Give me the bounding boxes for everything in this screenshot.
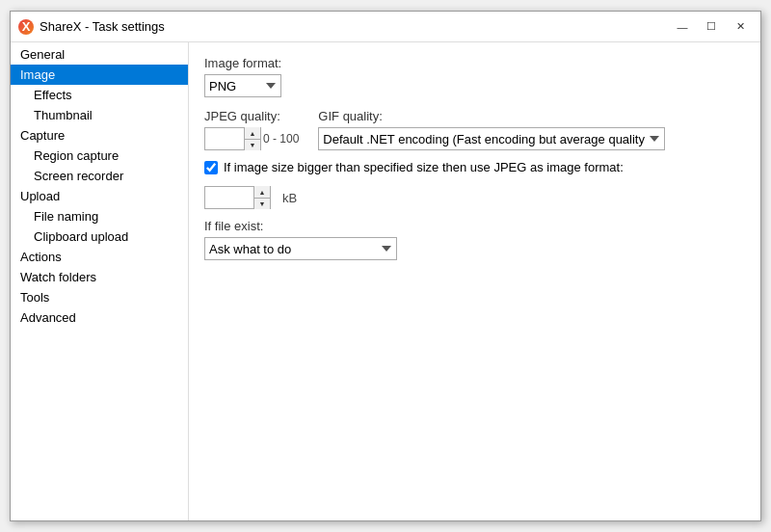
jpeg-size-spinner: 2048 ▲ ▼ [204,186,271,209]
image-format-group: Image format: PNGJPEGGIFBMPTIFF [204,56,745,97]
jpeg-checkbox-label: If image size bigger than specified size… [224,160,624,174]
jpeg-quality-input[interactable]: 90 [205,128,244,149]
maximize-button[interactable]: ☐ [699,17,724,37]
jpeg-quality-range: 0 - 100 [263,132,299,146]
jpeg-size-input[interactable]: 2048 [205,187,253,208]
sidebar-item-advanced[interactable]: Advanced [11,307,188,328]
sidebar-item-file-naming[interactable]: File naming [11,206,188,226]
jpeg-decrement-button[interactable]: ▼ [245,139,260,150]
content-area: GeneralImageEffectsThumbnailCaptureRegio… [11,42,760,520]
kb-label: kB [282,191,297,205]
title-bar: X ShareX - Task settings — ☐ ✕ [11,12,760,42]
jpeg-increment-button[interactable]: ▲ [245,127,260,139]
sidebar-item-effects[interactable]: Effects [11,85,188,105]
jpeg-size-checkbox-row: If image size bigger than specified size… [204,160,745,174]
file-exist-select[interactable]: Ask what to doOverwriteSkipRenameAdd num… [204,237,397,260]
sidebar-item-thumbnail[interactable]: Thumbnail [11,105,188,125]
jpeg-size-row: 2048 ▲ ▼ kB [204,186,745,209]
sidebar-item-screen-recorder[interactable]: Screen recorder [11,166,188,186]
minimize-button[interactable]: — [670,17,695,37]
jpeg-size-checkbox[interactable] [204,161,218,174]
close-button[interactable]: ✕ [728,17,753,37]
file-exist-label: If file exist: [204,219,745,233]
sidebar: GeneralImageEffectsThumbnailCaptureRegio… [11,42,189,520]
app-icon: X [18,19,34,35]
sidebar-item-actions[interactable]: Actions [11,247,188,267]
jpeg-spinner-row: 90 ▲ ▼ 0 - 100 [204,127,299,150]
quality-row: JPEG quality: 90 ▲ ▼ 0 - 100 GIF qua [204,109,745,150]
jpeg-quality-label: JPEG quality: [204,109,299,123]
sidebar-item-capture[interactable]: Capture [11,125,188,146]
jpeg-size-decrement-button[interactable]: ▼ [254,198,270,209]
gif-quality-label: GIF quality: [318,109,745,123]
sidebar-item-clipboard-upload[interactable]: Clipboard upload [11,226,188,247]
image-format-label: Image format: [204,56,745,70]
gif-quality-select[interactable]: Default .NET encoding (Fast encoding but… [318,127,665,150]
jpeg-quality-spinner: 90 ▲ ▼ [204,127,261,150]
sidebar-item-general[interactable]: General [11,44,188,65]
sidebar-item-upload[interactable]: Upload [11,186,188,206]
gif-quality-group: GIF quality: Default .NET encoding (Fast… [318,109,745,150]
main-panel: Image format: PNGJPEGGIFBMPTIFF JPEG qua… [189,42,760,520]
title-bar-controls: — ☐ ✕ [670,17,753,37]
image-format-select[interactable]: PNGJPEGGIFBMPTIFF [204,74,281,97]
jpeg-spinner-buttons: ▲ ▼ [244,127,260,150]
main-window: X ShareX - Task settings — ☐ ✕ GeneralIm… [10,11,761,521]
jpeg-size-spinner-buttons: ▲ ▼ [253,186,270,209]
sidebar-item-tools[interactable]: Tools [11,287,188,307]
jpeg-quality-group: JPEG quality: 90 ▲ ▼ 0 - 100 [204,109,299,150]
sidebar-item-region-capture[interactable]: Region capture [11,146,188,166]
file-exist-group: If file exist: Ask what to doOverwriteSk… [204,219,745,260]
title-bar-left: X ShareX - Task settings [18,19,165,35]
sidebar-item-image[interactable]: Image [11,65,188,85]
jpeg-size-increment-button[interactable]: ▲ [254,186,270,198]
window-title: ShareX - Task settings [40,19,165,34]
sidebar-item-watch-folders[interactable]: Watch folders [11,267,188,287]
